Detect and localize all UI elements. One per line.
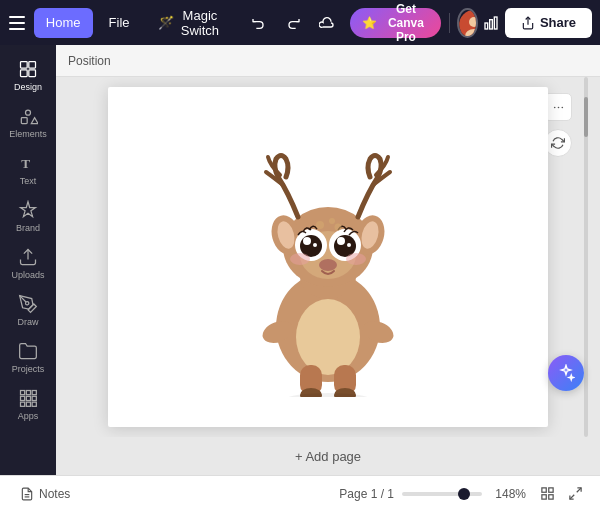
canva-pro-star: ⭐ (362, 16, 377, 30)
svg-point-52 (329, 218, 335, 224)
deer-illustration (218, 117, 438, 397)
sidebar-label-apps: Apps (18, 411, 39, 421)
main-area: Design Elements T Text Brand Uploads (0, 45, 600, 475)
magic-assist-button[interactable] (548, 355, 584, 391)
svg-marker-13 (31, 118, 38, 124)
sidebar-label-text: Text (20, 176, 37, 186)
canvas-scrollbar[interactable] (584, 77, 592, 437)
svg-rect-3 (485, 23, 488, 29)
canva-pro-button[interactable]: ⭐ Get Canva Pro (350, 8, 440, 38)
file-button[interactable]: File (97, 8, 142, 38)
sidebar-item-draw[interactable]: Draw (4, 288, 52, 333)
sidebar: Design Elements T Text Brand Uploads (0, 45, 56, 475)
home-button[interactable]: Home (34, 8, 93, 38)
svg-rect-9 (21, 70, 28, 77)
svg-rect-63 (541, 488, 545, 492)
scroll-thumb[interactable] (584, 97, 588, 137)
svg-line-67 (576, 488, 580, 492)
sidebar-label-elements: Elements (9, 129, 47, 139)
svg-rect-20 (21, 396, 25, 400)
svg-rect-4 (490, 19, 493, 28)
svg-point-53 (335, 224, 342, 231)
canva-pro-label: Get Canva Pro (383, 2, 428, 44)
svg-rect-12 (21, 118, 27, 124)
zoom-slider-container (402, 492, 482, 496)
svg-point-30 (561, 106, 563, 108)
sidebar-label-draw: Draw (17, 317, 38, 327)
svg-point-28 (553, 106, 555, 108)
svg-rect-18 (26, 391, 30, 395)
more-options-button[interactable] (544, 93, 572, 121)
redo-button[interactable] (278, 8, 308, 38)
svg-rect-22 (32, 396, 36, 400)
svg-point-46 (337, 237, 345, 245)
sidebar-label-uploads: Uploads (11, 270, 44, 280)
canvas-area: Position (56, 45, 600, 475)
svg-rect-10 (29, 70, 36, 77)
sidebar-item-uploads[interactable]: Uploads (4, 241, 52, 286)
svg-rect-17 (21, 391, 25, 395)
svg-point-60 (286, 393, 370, 397)
position-bar: Position (56, 45, 600, 77)
svg-rect-5 (495, 17, 498, 29)
avatar[interactable] (457, 8, 478, 38)
sidebar-item-brand[interactable]: Brand (4, 194, 52, 239)
magic-switch-button[interactable]: 🪄 Magic Switch (146, 8, 233, 38)
page-indicator: Page 1 / 1 (339, 487, 394, 501)
magic-switch-label: Magic Switch (180, 8, 221, 38)
sidebar-item-projects[interactable]: Projects (4, 335, 52, 380)
bottombar: Notes Page 1 / 1 148% (0, 475, 600, 511)
design-canvas[interactable] (108, 87, 548, 427)
sidebar-item-apps[interactable]: Apps (4, 382, 52, 427)
grid-view-button[interactable] (534, 481, 560, 507)
svg-rect-25 (32, 402, 36, 406)
svg-point-45 (313, 243, 317, 247)
svg-rect-8 (29, 62, 36, 69)
topbar-divider (449, 13, 450, 33)
svg-rect-64 (548, 488, 552, 492)
svg-point-16 (26, 302, 29, 305)
sidebar-item-text[interactable]: T Text (4, 147, 52, 192)
svg-line-68 (569, 495, 573, 499)
canvas-container[interactable] (56, 77, 600, 437)
cloud-save-button[interactable] (312, 8, 342, 38)
scroll-track (584, 77, 588, 437)
zoom-slider[interactable] (402, 492, 482, 496)
notes-label: Notes (39, 487, 70, 501)
undo-button[interactable] (244, 8, 274, 38)
svg-rect-7 (21, 62, 28, 69)
svg-rect-21 (26, 396, 30, 400)
magic-switch-emoji: 🪄 (158, 15, 174, 30)
svg-point-50 (346, 253, 366, 265)
notes-button[interactable]: Notes (12, 483, 78, 505)
sidebar-label-brand: Brand (16, 223, 40, 233)
svg-point-44 (303, 237, 311, 245)
sidebar-label-projects: Projects (12, 364, 45, 374)
topbar-actions (244, 8, 342, 38)
svg-point-29 (557, 106, 559, 108)
sidebar-label-design: Design (14, 82, 42, 92)
svg-point-49 (290, 253, 310, 265)
topbar: Home File 🪄 Magic Switch ⭐ Get Canva Pro… (0, 0, 600, 45)
sidebar-item-design[interactable]: Design (4, 53, 52, 98)
svg-rect-23 (21, 402, 25, 406)
share-button[interactable]: Share (505, 8, 592, 38)
svg-point-47 (347, 243, 351, 247)
share-label: Share (540, 15, 576, 30)
zoom-slider-thumb[interactable] (458, 488, 470, 500)
stats-button[interactable] (482, 8, 501, 38)
svg-rect-24 (26, 402, 30, 406)
menu-icon[interactable] (8, 9, 26, 37)
svg-point-51 (316, 221, 324, 229)
refresh-button[interactable] (544, 129, 572, 157)
add-page-button[interactable]: + Add page (279, 443, 377, 470)
position-label: Position (68, 54, 111, 68)
fullscreen-button[interactable] (562, 481, 588, 507)
bottom-view-buttons (534, 481, 588, 507)
sidebar-item-elements[interactable]: Elements (4, 100, 52, 145)
svg-rect-19 (32, 391, 36, 395)
svg-rect-66 (548, 495, 552, 499)
add-page-bar: + Add page (56, 437, 600, 475)
svg-point-32 (296, 299, 360, 375)
svg-rect-65 (541, 495, 545, 499)
